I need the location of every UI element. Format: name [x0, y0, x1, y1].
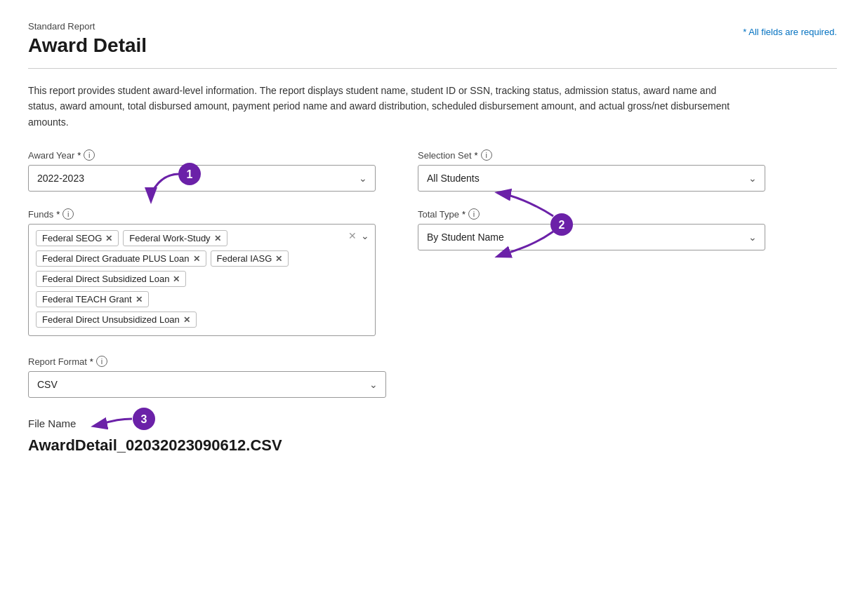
- fund-tag-teach-remove[interactable]: ✕: [136, 295, 143, 304]
- fund-tag-grad-plus-remove[interactable]: ✕: [193, 254, 200, 264]
- fund-tag-grad-plus: Federal Direct Graduate PLUS Loan ✕: [36, 250, 206, 267]
- selection-set-group: Selection Set * i All Students ⌄: [418, 149, 765, 192]
- funds-required: *: [56, 209, 60, 220]
- report-type-label: Standard Report: [28, 21, 147, 32]
- funds-tags-container: Federal SEOG ✕ Federal Work-Study ✕ Fede…: [36, 230, 368, 287]
- award-year-select[interactable]: 2022-2023 2021-2022 2020-2021: [28, 165, 376, 192]
- form-grid: Award Year * i 2022-2023 2021-2022 2020-…: [28, 149, 765, 336]
- award-year-info-icon[interactable]: i: [84, 149, 95, 161]
- report-format-select[interactable]: CSV PDF Excel: [28, 371, 386, 398]
- funds-clear-icon[interactable]: ✕: [348, 230, 357, 241]
- selection-set-label: Selection Set * i: [418, 149, 765, 161]
- funds-info-icon[interactable]: i: [62, 208, 74, 220]
- fund-tag-iasg-remove[interactable]: ✕: [275, 254, 282, 264]
- award-year-label: Award Year * i: [28, 149, 376, 161]
- fund-tag-subsidized: Federal Direct Subsidized Loan ✕: [36, 271, 186, 287]
- funds-controls: ✕ ⌄: [348, 230, 369, 241]
- file-name-section: File Name AwardDetail_02032023090612.CSV: [28, 417, 837, 455]
- funds-box[interactable]: Federal SEOG ✕ Federal Work-Study ✕ Fede…: [28, 224, 376, 336]
- file-name-label: File Name: [28, 417, 837, 429]
- funds-label: Funds * i: [28, 208, 376, 220]
- selection-set-select-wrapper: All Students ⌄: [418, 165, 765, 192]
- funds-chevron-icon[interactable]: ⌄: [361, 230, 369, 241]
- selection-set-required: *: [475, 150, 478, 161]
- total-type-select[interactable]: By Student Name: [418, 224, 765, 250]
- total-type-info-icon[interactable]: i: [468, 208, 480, 220]
- total-type-required: *: [462, 209, 465, 220]
- total-type-select-wrapper: By Student Name ⌄: [418, 224, 765, 250]
- total-type-label: Total Type * i: [418, 208, 765, 220]
- fund-tag-workstudy-remove[interactable]: ✕: [214, 234, 221, 243]
- award-year-select-wrapper: 2022-2023 2021-2022 2020-2021 ⌄: [28, 165, 376, 192]
- required-note: * All fields are required.: [743, 27, 837, 37]
- page-title: Award Detail: [28, 34, 147, 57]
- header-divider: [28, 68, 837, 69]
- selection-set-select[interactable]: All Students: [418, 165, 765, 192]
- file-name-value: AwardDetail_02032023090612.CSV: [28, 436, 837, 455]
- fund-tag-subsidized-remove[interactable]: ✕: [173, 274, 180, 284]
- total-type-group: Total Type * i By Student Name ⌄: [418, 208, 765, 336]
- fund-tag-iasg: Federal IASG ✕: [211, 250, 289, 267]
- fund-tag-unsubsidized: Federal Direct Unsubsidized Loan ✕: [36, 312, 197, 328]
- fund-tag-unsubsidized-remove[interactable]: ✕: [183, 315, 190, 325]
- funds-tags-row2: Federal TEACH Grant ✕: [36, 291, 368, 307]
- funds-tags-row3: Federal Direct Unsubsidized Loan ✕: [36, 312, 368, 328]
- fund-tag-seog-remove[interactable]: ✕: [105, 234, 112, 243]
- award-year-required: *: [77, 150, 81, 161]
- report-format-info-icon[interactable]: i: [96, 356, 107, 367]
- report-format-select-wrapper: CSV PDF Excel ⌄: [28, 371, 386, 398]
- fund-tag-seog: Federal SEOG ✕: [36, 230, 119, 246]
- fund-tag-workstudy: Federal Work-Study ✕: [123, 230, 227, 246]
- report-format-required: *: [90, 356, 93, 367]
- fund-tag-teach: Federal TEACH Grant ✕: [36, 291, 149, 307]
- selection-set-info-icon[interactable]: i: [481, 149, 492, 161]
- report-format-label: Report Format * i: [28, 356, 386, 367]
- award-year-group: Award Year * i 2022-2023 2021-2022 2020-…: [28, 149, 376, 192]
- funds-group: Funds * i Federal SEOG ✕ Federal Work-St…: [28, 208, 376, 336]
- report-description: This report provides student award-level…: [28, 83, 730, 130]
- report-format-section: Report Format * i CSV PDF Excel ⌄: [28, 356, 386, 398]
